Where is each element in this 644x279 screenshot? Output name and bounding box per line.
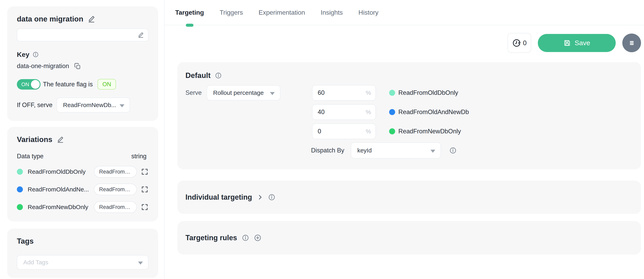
tags-card: Tags Add Tags xyxy=(7,229,158,278)
caret-down-icon xyxy=(270,92,275,95)
feature-flag-toggle[interactable]: ON xyxy=(17,79,40,90)
active-tab-indicator xyxy=(186,24,194,27)
variation-color-dot xyxy=(389,109,395,115)
edit-title-icon[interactable] xyxy=(88,16,95,23)
rollout-variation-name: ReadFromOldAndNewDb xyxy=(398,108,469,116)
targeting-rules-card: Targeting rules xyxy=(178,221,641,254)
variations-heading: Variations xyxy=(17,135,52,144)
rollout-percent-input[interactable]: % xyxy=(312,85,376,101)
tab-targeting[interactable]: Targeting xyxy=(175,0,204,25)
add-tags-select[interactable]: Add Tags xyxy=(17,255,148,269)
variation-color-dot xyxy=(389,90,395,96)
rollout-variation-name: ReadFromOldDbOnly xyxy=(398,89,458,96)
targeting-rules-heading: Targeting rules xyxy=(186,234,237,242)
dispatch-by-label: Dispatch By xyxy=(311,147,344,154)
more-menu-button[interactable] xyxy=(622,34,641,52)
clock-history-icon xyxy=(512,39,521,47)
variation-row: ReadFromNewDbOnly ReadFromN... xyxy=(17,201,148,213)
serve-type-select[interactable]: Rollout percentage xyxy=(207,85,280,100)
variation-name: ReadFromOldDbOnly xyxy=(28,168,94,175)
individual-targeting-card[interactable]: Individual targeting xyxy=(178,181,641,214)
caret-down-icon xyxy=(120,104,124,107)
flag-status-text: The feature flag is xyxy=(43,81,93,88)
pending-changes-button[interactable]: 0 xyxy=(508,33,531,53)
variation-value-chip[interactable]: ReadFromO... xyxy=(94,184,137,195)
hamburger-menu-icon xyxy=(628,39,636,47)
percent-suffix: % xyxy=(366,89,371,96)
tab-insights[interactable]: Insights xyxy=(321,0,343,25)
tab-history[interactable]: History xyxy=(358,0,378,25)
edit-variations-icon[interactable] xyxy=(57,136,64,143)
edit-description-icon[interactable] xyxy=(138,32,144,38)
variation-color-dot xyxy=(389,128,395,134)
expand-icon[interactable] xyxy=(141,168,148,176)
save-icon xyxy=(563,39,571,47)
variation-value-chip[interactable]: ReadFromO... xyxy=(94,166,137,178)
key-info-icon[interactable] xyxy=(32,52,39,58)
percent-field[interactable] xyxy=(312,128,356,135)
add-tags-placeholder: Add Tags xyxy=(23,259,48,266)
variation-color-dot xyxy=(17,204,23,210)
individual-targeting-heading: Individual targeting xyxy=(186,193,252,201)
targeting-rules-info-icon[interactable] xyxy=(242,234,249,241)
percent-field[interactable] xyxy=(312,89,356,96)
percent-field[interactable] xyxy=(312,108,356,116)
variation-name: ReadFromOldAndNe... xyxy=(28,186,94,193)
rollout-percent-input[interactable]: % xyxy=(312,124,376,139)
expand-icon[interactable] xyxy=(141,186,148,193)
data-type-value: string xyxy=(131,153,146,160)
percent-suffix: % xyxy=(366,128,371,135)
tab-triggers[interactable]: Triggers xyxy=(220,0,243,25)
key-heading: Key xyxy=(17,51,29,59)
flag-status-badge: ON xyxy=(98,79,116,90)
pending-changes-count: 0 xyxy=(523,39,526,47)
if-off-serve-select[interactable]: ReadFromNewDb... xyxy=(56,98,130,113)
default-heading: Default xyxy=(186,71,210,80)
expand-icon[interactable] xyxy=(141,203,148,211)
variation-color-dot xyxy=(17,169,23,175)
tab-experimentation[interactable]: Experimentation xyxy=(259,0,305,25)
default-rule-card: Default Serve Rollout percentage % ReadF… xyxy=(178,62,641,169)
variation-color-dot xyxy=(17,186,23,192)
dispatch-info-icon[interactable] xyxy=(449,147,456,154)
main-panel: Targeting Triggers Experimentation Insig… xyxy=(164,0,644,279)
dispatch-by-value: keyId xyxy=(357,147,372,154)
data-type-label: Data type xyxy=(17,153,44,160)
variation-row: ReadFromOldAndNe... ReadFromO... xyxy=(17,184,148,195)
copy-key-icon[interactable] xyxy=(74,63,81,69)
variation-value-chip[interactable]: ReadFromN... xyxy=(94,201,137,213)
sidebar: data one migration Key data-one-migratio… xyxy=(0,0,164,279)
rollout-percent-input[interactable]: % xyxy=(312,104,376,120)
individual-targeting-info-icon[interactable] xyxy=(268,194,275,201)
flag-key-value: data-one-migration xyxy=(17,63,69,70)
serve-label: Serve xyxy=(186,89,207,96)
tabbar: Targeting Triggers Experimentation Insig… xyxy=(164,0,644,25)
flag-info-card: data one migration Key data-one-migratio… xyxy=(7,7,158,121)
toggle-state-label: ON xyxy=(21,81,29,87)
rollout-variation-name: ReadFromNewDbOnly xyxy=(398,128,461,135)
flag-description-input[interactable] xyxy=(17,29,148,41)
variation-name: ReadFromNewDbOnly xyxy=(28,204,94,210)
actions-bar: 0 Save xyxy=(178,33,641,53)
flag-title: data one migration xyxy=(17,15,83,23)
if-off-serve-label: If OFF, serve xyxy=(17,101,56,109)
serve-type-value: Rollout percentage xyxy=(213,89,264,96)
default-info-icon[interactable] xyxy=(215,72,222,79)
feature-flag-page: data one migration Key data-one-migratio… xyxy=(0,0,644,279)
dispatch-by-select[interactable]: keyId xyxy=(351,142,441,158)
chevron-right-icon[interactable] xyxy=(257,194,263,200)
caret-down-icon xyxy=(430,150,435,153)
toggle-knob xyxy=(31,80,40,89)
variations-card: Variations Data type string ReadFromOldD… xyxy=(7,127,158,221)
percent-suffix: % xyxy=(366,109,371,116)
if-off-serve-value: ReadFromNewDb... xyxy=(63,102,116,108)
add-rule-icon[interactable] xyxy=(254,234,262,242)
tags-heading: Tags xyxy=(17,237,148,245)
caret-down-icon xyxy=(138,261,143,264)
variation-row: ReadFromOldDbOnly ReadFromO... xyxy=(17,166,148,178)
save-button[interactable]: Save xyxy=(538,34,616,52)
